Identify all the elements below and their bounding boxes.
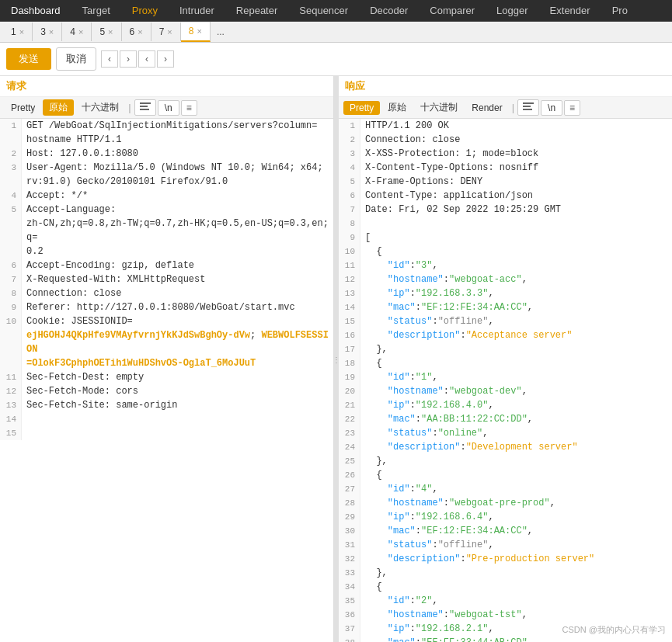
table-row: 11Sec-Fetch-Dest: empty [0, 370, 333, 384]
next2-button[interactable]: › [157, 50, 174, 68]
tab-4[interactable]: 4 × [62, 23, 92, 41]
resp-pretty-btn[interactable]: Pretty [343, 101, 380, 115]
line-number: 24 [339, 440, 360, 454]
line-content [22, 426, 333, 440]
nav-sequencer[interactable]: Sequencer [288, 0, 359, 21]
resp-newline-btn[interactable]: \n [541, 100, 562, 116]
line-content [360, 217, 672, 231]
nav-logger[interactable]: Logger [486, 0, 538, 21]
response-code-area[interactable]: 1HTTP/1.1 200 OK2Connection: close3X-XSS… [339, 119, 672, 642]
table-row: 35 "id":"2", [339, 594, 672, 608]
table-row: 18 { [339, 356, 672, 370]
send-button[interactable]: 发送 [6, 48, 51, 70]
table-row: 30 "mac":"EF:12:FE:34:AA:CC", [339, 524, 672, 538]
line-number: 23 [339, 426, 360, 440]
tab-3[interactable]: 3 × [33, 23, 62, 41]
req-menu-btn[interactable]: ≡ [181, 100, 197, 116]
line-number: 25 [339, 454, 360, 468]
tab-more[interactable]: ... [211, 23, 231, 41]
resp-raw-btn[interactable]: 原始 [381, 99, 413, 116]
line-content: "hostname":"webgoat-tst", [360, 608, 672, 622]
line-number: 13 [0, 398, 22, 412]
req-pretty-btn[interactable]: Pretty [5, 101, 41, 115]
tab-6[interactable]: 6 × [122, 23, 151, 41]
line-content: Sec-Fetch-Dest: empty [22, 370, 333, 384]
line-number: 11 [339, 259, 360, 272]
line-number: 7 [339, 203, 360, 217]
line-content: Connection: close [360, 133, 672, 147]
req-hex-btn[interactable]: 十六进制 [75, 99, 125, 116]
line-number: 4 [339, 161, 360, 175]
tab-8-close[interactable]: × [197, 26, 201, 36]
line-number: 36 [339, 608, 360, 622]
tab-3-close[interactable]: × [49, 27, 54, 36]
nav-pro[interactable]: Pro [601, 0, 639, 21]
table-row: 9[ [339, 231, 672, 245]
line-content: "hostname":"webgoat-acc", [360, 272, 672, 286]
nav-extender[interactable]: Extender [539, 0, 601, 21]
cancel-button[interactable]: 取消 [56, 47, 96, 71]
tab-5[interactable]: 5 × [92, 23, 121, 41]
resp-icon1-btn[interactable] [517, 99, 539, 116]
nav-repeater[interactable]: Repeater [225, 0, 288, 21]
tab-5-close[interactable]: × [108, 27, 113, 36]
line-number: 2 [0, 147, 22, 161]
request-format-bar: Pretty 原始 十六进制 | \n ≡ [0, 97, 333, 119]
tab-7-close[interactable]: × [167, 27, 172, 36]
resp-hex-btn[interactable]: 十六进制 [414, 99, 464, 116]
line-content: "mac":"EF:12:FE:34:AA:CC", [360, 300, 672, 314]
tab-1-close[interactable]: × [19, 27, 24, 36]
request-code-area[interactable]: 1GET /WebGoat/SqlInjectionMitigations/se… [0, 119, 333, 642]
line-content: "ip":"192.168.3.3", [360, 286, 672, 300]
tab-7[interactable]: 7 × [151, 23, 181, 41]
line-number: 30 [339, 524, 360, 538]
nav-decoder[interactable]: Decoder [359, 0, 419, 21]
table-row: 36 "hostname":"webgoat-tst", [339, 608, 672, 622]
line-content: X-Requested-With: XMLHttpRequest [22, 272, 333, 286]
line-number: 6 [0, 259, 22, 272]
nav-dashboard[interactable]: Dashboard [0, 0, 71, 21]
tab-4-close[interactable]: × [78, 27, 83, 36]
next-button[interactable]: › [120, 50, 137, 68]
line-number: 37 [339, 622, 360, 636]
table-row: 31 "status":"offline", [339, 538, 672, 552]
line-content: Sec-Fetch-Mode: cors [22, 384, 333, 398]
nav-proxy[interactable]: Proxy [121, 0, 169, 21]
table-row: 15 "status":"offline", [339, 314, 672, 328]
tab-6-close[interactable]: × [138, 27, 142, 36]
req-raw-btn[interactable]: 原始 [43, 99, 74, 116]
line-content: }, [360, 454, 672, 468]
svg-rect-4 [523, 106, 531, 107]
table-row: 8 [339, 217, 672, 231]
resp-render-btn[interactable]: Render [465, 101, 508, 115]
table-row: 3User-Agent: Mozilla/5.0 (Windows NT 10.… [0, 161, 333, 189]
req-icon1-btn[interactable] [134, 99, 156, 116]
tab-8[interactable]: 8 × [181, 22, 211, 42]
line-number: 8 [339, 217, 360, 231]
table-row: 9Referer: http://127.0.0.1:8080/WebGoat/… [0, 300, 333, 314]
line-number: 35 [339, 594, 360, 608]
prev2-button[interactable]: ‹ [138, 50, 155, 68]
table-row: 6Content-Type: application/json [339, 189, 672, 203]
line-number: 3 [339, 147, 360, 161]
nav-intruder[interactable]: Intruder [169, 0, 225, 21]
line-number: 13 [339, 286, 360, 300]
line-content: { [360, 356, 672, 370]
nav-comparer[interactable]: Comparer [419, 0, 486, 21]
resp-menu-btn[interactable]: ≡ [564, 100, 580, 116]
svg-rect-5 [523, 109, 532, 110]
nav-target[interactable]: Target [71, 0, 121, 21]
line-content: Host: 127.0.0.1:8080 [22, 147, 333, 161]
line-number: 17 [339, 342, 360, 356]
line-number: 20 [339, 384, 360, 398]
line-content: { [360, 245, 672, 259]
top-nav: Dashboard Target Proxy Intruder Repeater… [0, 0, 672, 22]
table-row: 10Cookie: JSESSIONID= ejHGOHJ4QKpHfe9VMA… [0, 314, 333, 370]
line-content: "status":"online", [360, 426, 672, 440]
req-newline-btn[interactable]: \n [158, 100, 179, 116]
tab-1[interactable]: 1 × [3, 23, 33, 41]
prev-button[interactable]: ‹ [101, 50, 118, 68]
line-content: "id":"1", [360, 370, 672, 384]
line-content: { [360, 468, 672, 482]
line-content: "description":"Acceptance server" [360, 328, 672, 342]
